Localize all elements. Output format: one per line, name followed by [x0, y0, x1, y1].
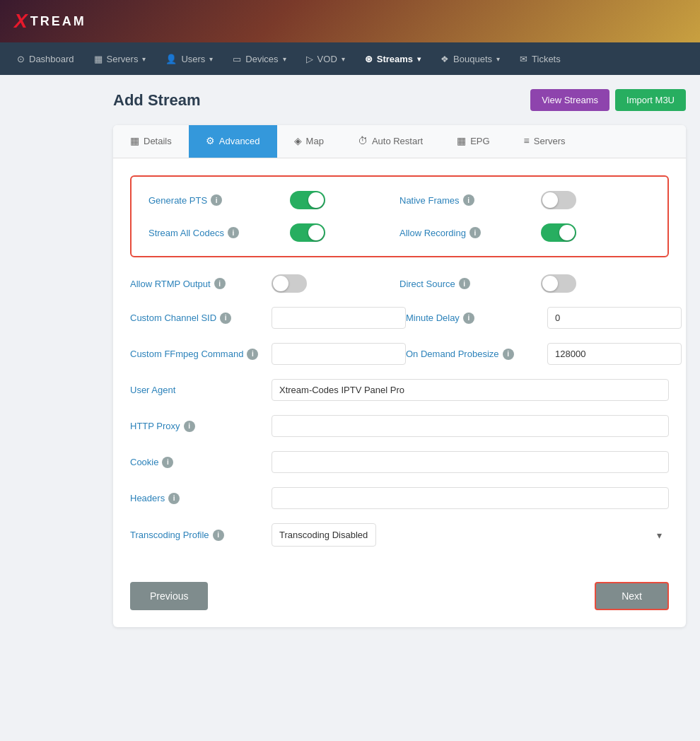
nav-vod[interactable]: ▷ VOD ▾: [296, 42, 355, 75]
ffmpeg-probesize-row: Custom FFmpeg Command i On Demand Probes…: [130, 343, 669, 365]
stream-all-codecs-info-icon[interactable]: i: [228, 227, 239, 238]
tickets-icon: ✉: [520, 54, 527, 64]
generate-pts-toggle[interactable]: [290, 191, 325, 209]
http-proxy-input[interactable]: [272, 415, 669, 437]
highlighted-section: Generate PTS i Native Frames i: [130, 175, 669, 257]
on-demand-probesize-input[interactable]: [547, 343, 682, 365]
http-proxy-info-icon[interactable]: i: [184, 421, 195, 432]
rtmp-direct-row: Allow RTMP Output i Direct Source i: [130, 274, 669, 293]
tab-servers[interactable]: ≡ Servers: [507, 125, 583, 158]
nav-dashboard[interactable]: ⊙ Dashboard: [7, 42, 84, 75]
tab-auto-restart-label: Auto Restart: [372, 136, 423, 146]
stream-all-codecs-toggle[interactable]: [290, 223, 325, 242]
servers-nav-icon: ▦: [94, 54, 103, 64]
transcoding-profile-info-icon[interactable]: i: [213, 530, 224, 541]
nav-devices-label: Devices: [245, 54, 278, 64]
cookie-label: Cookie i: [130, 457, 272, 468]
user-agent-row: User Agent: [130, 379, 669, 401]
native-frames-info-icon[interactable]: i: [463, 194, 474, 206]
allow-rtmp-label: Allow RTMP Output i: [130, 278, 272, 289]
on-demand-probesize-info-icon[interactable]: i: [503, 349, 514, 360]
tab-advanced[interactable]: ⚙ Advanced: [189, 125, 277, 158]
headers-info-icon[interactable]: i: [168, 493, 180, 504]
nav-streams[interactable]: ⊛ Streams ▾: [355, 42, 431, 75]
tab-details[interactable]: ▦ Details: [113, 125, 189, 158]
devices-chevron-icon: ▾: [283, 55, 286, 63]
form-content: Generate PTS i Native Frames i: [113, 158, 686, 627]
allow-recording-label: Allow Recording i: [399, 227, 541, 238]
direct-source-info-icon[interactable]: i: [459, 278, 470, 289]
transcoding-profile-row: Transcoding Profile i Transcoding Disabl…: [130, 523, 669, 547]
generate-pts-group: Generate PTS i: [148, 191, 399, 209]
transcoding-profile-select[interactable]: Transcoding Disabled Profile 1 Profile 2: [272, 523, 376, 547]
navbar: ⊙ Dashboard ▦ Servers ▾ 👤 Users ▾ ▭ Devi…: [0, 42, 700, 75]
tab-map-label: Map: [306, 136, 324, 146]
generate-pts-text: Generate PTS: [148, 195, 207, 206]
next-button[interactable]: Next: [595, 582, 669, 610]
native-frames-label: Native Frames i: [399, 194, 541, 206]
map-tab-icon: ◈: [294, 135, 302, 146]
minute-delay-info-icon[interactable]: i: [463, 313, 474, 324]
custom-channel-sid-text: Custom Channel SID: [130, 313, 216, 323]
native-frames-toggle[interactable]: [541, 191, 576, 209]
toggle-row-1: Generate PTS i Native Frames i: [148, 191, 651, 209]
custom-ffmpeg-input[interactable]: [272, 343, 406, 365]
cookie-info-icon[interactable]: i: [162, 457, 173, 468]
on-demand-probesize-group: On Demand Probesize i: [406, 343, 682, 365]
bouquets-icon: ❖: [441, 54, 449, 64]
nav-users-label: Users: [181, 54, 205, 64]
logo: X TREAM: [14, 10, 86, 33]
tab-epg-label: EPG: [470, 136, 489, 146]
headers-label: Headers i: [130, 493, 272, 504]
custom-channel-sid-label: Custom Channel SID i: [130, 313, 272, 324]
page-title: Add Stream: [113, 91, 200, 110]
custom-ffmpeg-text: Custom FFmpeg Command: [130, 349, 243, 359]
nav-devices[interactable]: ▭ Devices ▾: [223, 42, 296, 75]
custom-ffmpeg-info-icon[interactable]: i: [247, 349, 258, 360]
previous-button[interactable]: Previous: [130, 582, 208, 610]
stream-all-codecs-text: Stream All Codecs: [148, 228, 224, 238]
import-m3u-button[interactable]: Import M3U: [615, 89, 686, 111]
user-agent-label: User Agent: [130, 385, 272, 395]
nav-users[interactable]: 👤 Users ▾: [156, 42, 223, 75]
cookie-input[interactable]: [272, 451, 669, 473]
streams-icon: ⊛: [365, 54, 373, 64]
user-agent-input[interactable]: [272, 379, 669, 401]
transcoding-profile-text: Transcoding Profile: [130, 530, 209, 540]
allow-rtmp-text: Allow RTMP Output: [130, 279, 211, 289]
custom-channel-sid-info-icon[interactable]: i: [220, 313, 231, 324]
tab-auto-restart[interactable]: ⏱ Auto Restart: [341, 125, 440, 158]
tab-details-label: Details: [144, 136, 172, 146]
page-header: Add Stream View Streams Import M3U: [113, 89, 686, 111]
nav-tickets[interactable]: ✉ Tickets: [510, 42, 571, 75]
http-proxy-label: HTTP Proxy i: [130, 421, 272, 432]
tab-epg[interactable]: ▦ EPG: [440, 125, 506, 158]
generate-pts-label: Generate PTS i: [148, 194, 290, 206]
headers-input[interactable]: [272, 487, 669, 509]
advanced-tab-icon: ⚙: [206, 135, 215, 146]
tab-map[interactable]: ◈ Map: [277, 125, 341, 158]
nav-servers-label: Servers: [107, 54, 139, 64]
allow-rtmp-info-icon[interactable]: i: [214, 278, 226, 289]
top-banner: X TREAM: [0, 0, 700, 42]
allow-recording-info-icon[interactable]: i: [469, 227, 481, 238]
dashboard-icon: ⊙: [17, 54, 25, 64]
nav-tickets-label: Tickets: [532, 54, 561, 64]
view-streams-button[interactable]: View Streams: [530, 89, 609, 111]
users-chevron-icon: ▾: [209, 55, 213, 63]
tab-advanced-label: Advanced: [219, 136, 260, 146]
nav-servers[interactable]: ▦ Servers ▾: [84, 42, 156, 75]
allow-rtmp-toggle[interactable]: [272, 274, 307, 293]
allow-recording-toggle[interactable]: [541, 223, 576, 242]
minute-delay-label: Minute Delay i: [406, 313, 547, 324]
details-tab-icon: ▦: [130, 135, 139, 146]
custom-channel-sid-input[interactable]: [272, 307, 406, 329]
users-icon: 👤: [165, 54, 177, 64]
toggle-row-2: Stream All Codecs i Allow Recording i: [148, 223, 651, 242]
transcoding-profile-select-wrapper: Transcoding Disabled Profile 1 Profile 2: [272, 523, 669, 547]
devices-icon: ▭: [233, 54, 241, 64]
minute-delay-input[interactable]: [547, 307, 682, 329]
direct-source-toggle[interactable]: [541, 274, 576, 293]
nav-bouquets[interactable]: ❖ Bouquets ▾: [431, 42, 510, 75]
generate-pts-info-icon[interactable]: i: [211, 194, 222, 206]
